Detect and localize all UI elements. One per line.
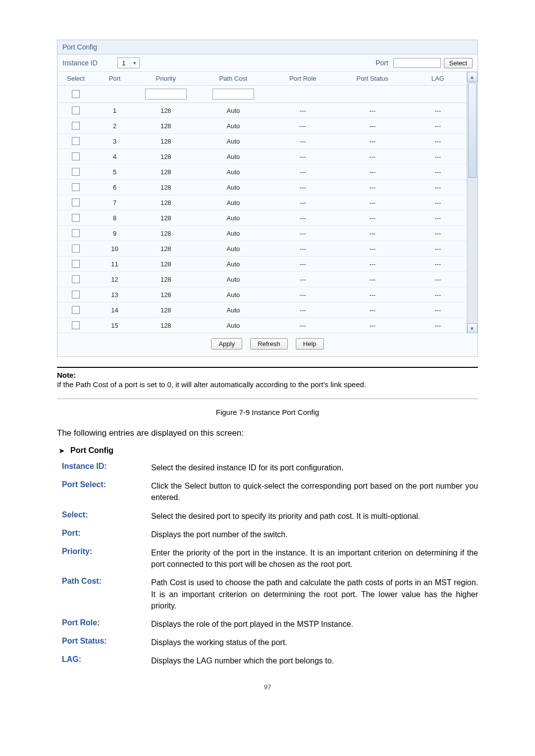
cell-pathcost: Auto (197, 134, 270, 149)
cell-portstatus: --- (335, 226, 409, 241)
row-checkbox[interactable] (72, 106, 80, 114)
row-checkbox[interactable] (72, 260, 80, 268)
table-row[interactable]: 2128Auto--------- (57, 118, 467, 134)
cell-portrole: --- (270, 134, 335, 149)
col-portstatus: Port Status (335, 72, 409, 86)
cell-portstatus: --- (335, 318, 409, 333)
cell-portrole: --- (270, 241, 335, 256)
table-row[interactable]: 13128Auto--------- (57, 287, 467, 302)
port-lookup-input[interactable] (393, 58, 441, 68)
divider (57, 399, 478, 399)
col-port: Port (94, 72, 135, 86)
cell-lag: --- (409, 180, 467, 195)
port-config-panel: Port Config Instance ID 1 ▾ Port Select (57, 40, 478, 357)
table-scrollbar[interactable]: ▴ ▾ (467, 72, 478, 333)
table-row[interactable]: 12128Auto--------- (57, 272, 467, 287)
help-button[interactable]: Help (296, 338, 324, 350)
row-checkbox[interactable] (72, 245, 80, 252)
table-row[interactable]: 3128Auto--------- (57, 134, 467, 149)
cell-portstatus: --- (335, 287, 409, 302)
row-checkbox[interactable] (72, 275, 80, 283)
priority-filter-input[interactable] (145, 89, 187, 100)
table-row[interactable]: 15128Auto--------- (57, 318, 467, 333)
table-row[interactable]: 5128Auto--------- (57, 164, 467, 180)
cell-portstatus: --- (335, 210, 409, 226)
cell-portrole: --- (270, 210, 335, 226)
cell-pathcost: Auto (197, 272, 270, 287)
cell-pathcost: Auto (197, 118, 270, 134)
definition-term: Port Role: (62, 618, 151, 630)
cell-priority: 128 (135, 302, 197, 318)
select-button[interactable]: Select (444, 58, 473, 68)
row-checkbox[interactable] (72, 168, 80, 176)
scroll-down-icon[interactable]: ▾ (467, 323, 478, 333)
row-checkbox[interactable] (72, 321, 80, 329)
row-checkbox[interactable] (72, 229, 80, 237)
cell-pathcost: Auto (197, 103, 270, 118)
cell-portrole: --- (270, 318, 335, 333)
definition-row: Port Select:Click the Select button to q… (62, 480, 478, 503)
table-row[interactable]: 9128Auto--------- (57, 226, 467, 241)
cell-port: 11 (94, 256, 135, 272)
row-checkbox[interactable] (72, 214, 80, 222)
section-title: Port Config (70, 446, 113, 455)
cell-pathcost: Auto (197, 318, 270, 333)
cell-port: 9 (94, 226, 135, 241)
cell-pathcost: Auto (197, 226, 270, 241)
pathcost-filter-input[interactable] (213, 89, 254, 100)
table-row[interactable]: 1128Auto--------- (57, 103, 467, 118)
definition-term: Port Select: (62, 480, 151, 503)
cell-pathcost: Auto (197, 180, 270, 195)
cell-priority: 128 (135, 134, 197, 149)
cell-portrole: --- (270, 302, 335, 318)
table-row[interactable]: 8128Auto--------- (57, 210, 467, 226)
cell-port: 8 (94, 210, 135, 226)
table-row[interactable]: 4128Auto--------- (57, 149, 467, 164)
cell-priority: 128 (135, 226, 197, 241)
note-label: Note: (57, 371, 478, 379)
select-all-checkbox[interactable] (72, 90, 80, 98)
apply-button[interactable]: Apply (211, 338, 242, 350)
definition-term: Path Cost: (62, 577, 151, 611)
cell-portstatus: --- (335, 180, 409, 195)
row-checkbox[interactable] (72, 137, 80, 145)
row-checkbox[interactable] (72, 122, 80, 130)
definition-term: Priority: (62, 547, 151, 570)
cell-portrole: --- (270, 256, 335, 272)
cell-portrole: --- (270, 149, 335, 164)
table-row[interactable]: 10128Auto--------- (57, 241, 467, 256)
cell-portrole: --- (270, 195, 335, 210)
table-row[interactable]: 14128Auto--------- (57, 302, 467, 318)
row-checkbox[interactable] (72, 291, 80, 299)
scroll-up-icon[interactable]: ▴ (467, 72, 478, 82)
col-lag: LAG (409, 72, 467, 86)
cell-pathcost: Auto (197, 149, 270, 164)
cell-portrole: --- (270, 272, 335, 287)
cell-portstatus: --- (335, 256, 409, 272)
table-row[interactable]: 11128Auto--------- (57, 256, 467, 272)
cell-lag: --- (409, 226, 467, 241)
definition-row: Path Cost:Path Cost is used to choose th… (62, 577, 478, 611)
row-checkbox[interactable] (72, 183, 80, 191)
row-checkbox[interactable] (72, 152, 80, 160)
refresh-button[interactable]: Refresh (250, 338, 288, 350)
table-row[interactable]: 6128Auto--------- (57, 180, 467, 195)
cell-portrole: --- (270, 287, 335, 302)
instance-id-select[interactable]: 1 ▾ (117, 57, 140, 68)
col-pathcost: Path Cost (197, 72, 270, 86)
definition-desc: Enter the priority of the port in the in… (151, 547, 478, 570)
cell-portstatus: --- (335, 134, 409, 149)
cell-lag: --- (409, 272, 467, 287)
cell-port: 14 (94, 302, 135, 318)
row-checkbox[interactable] (72, 199, 80, 206)
cell-priority: 128 (135, 241, 197, 256)
definition-term: Port: (62, 529, 151, 540)
col-select: Select (57, 72, 94, 86)
triangle-icon: ➤ (59, 447, 64, 454)
table-row[interactable]: 7128Auto--------- (57, 195, 467, 210)
scroll-thumb[interactable] (468, 83, 477, 178)
cell-portrole: --- (270, 180, 335, 195)
port-table: Select Port Priority Path Cost Port Role… (57, 72, 467, 333)
cell-priority: 128 (135, 164, 197, 180)
row-checkbox[interactable] (72, 306, 80, 314)
